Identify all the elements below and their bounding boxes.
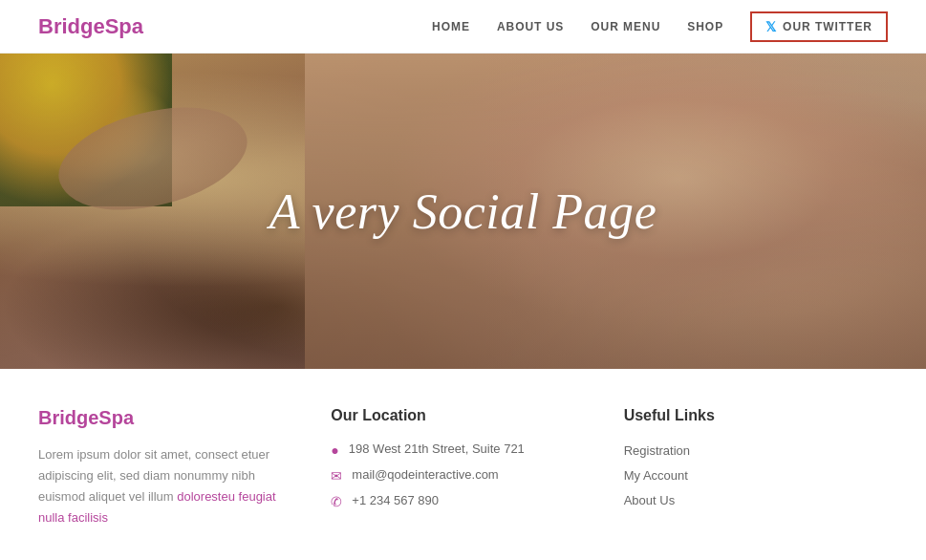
footer-email[interactable]: mail@qodeinteractive.com (352, 467, 498, 482)
footer-logo-black: Bridge (38, 407, 98, 428)
footer-phone-item: ✆ +1 234 567 890 (331, 493, 594, 509)
footer-col-brand: BridgeSpa Lorem ipsum dolor sit amet, co… (38, 407, 331, 528)
footer-link-account: My Account (624, 466, 888, 484)
footer-col-links: Useful Links Registration My Account Abo… (624, 407, 888, 528)
nav-shop[interactable]: SHOP (687, 20, 723, 33)
footer-desc-link[interactable]: doloresteu feugiat nulla facilisis (38, 489, 276, 525)
email-icon: ✉ (331, 468, 342, 484)
footer-link-account-anchor[interactable]: My Account (624, 468, 688, 483)
footer-email-item: ✉ mail@qodeinteractive.com (331, 467, 594, 484)
nav-home[interactable]: HOME (432, 20, 470, 33)
footer-links-heading: Useful Links (624, 407, 888, 424)
footer: BridgeSpa Lorem ipsum dolor sit amet, co… (0, 369, 926, 557)
twitter-button[interactable]: 𝕏 OUR TWITTER (750, 11, 888, 42)
footer-phone: +1 234 567 890 (352, 493, 439, 507)
logo-text-purple: Spa (105, 14, 143, 38)
main-nav: HOME ABOUT US OUR MENU SHOP 𝕏 OUR TWITTE… (432, 11, 888, 42)
footer-description: Lorem ipsum dolor sit amet, consect etue… (38, 444, 302, 528)
footer-location-heading: Our Location (331, 407, 594, 424)
location-pin-icon: ● (331, 442, 338, 458)
phone-icon: ✆ (331, 494, 342, 509)
twitter-label: OUR TWITTER (783, 20, 872, 33)
nav-about[interactable]: ABOUT US (497, 20, 564, 33)
footer-links-list: Registration My Account About Us (624, 442, 888, 508)
footer-link-registration-anchor[interactable]: Registration (624, 443, 690, 458)
logo[interactable]: BridgeSpa (38, 14, 143, 39)
footer-link-about-anchor[interactable]: About Us (624, 493, 675, 507)
header: BridgeSpa HOME ABOUT US OUR MENU SHOP 𝕏 … (0, 0, 926, 54)
footer-logo-purple: Spa (98, 407, 134, 428)
twitter-icon: 𝕏 (765, 19, 777, 34)
nav-menu[interactable]: OUR MENU (591, 20, 660, 33)
footer-link-about: About Us (624, 491, 888, 508)
hero-title: A very Social Page (269, 183, 657, 240)
hero-section: A very Social Page (0, 54, 926, 369)
footer-link-registration: Registration (624, 442, 888, 459)
footer-col-location: Our Location ● 198 West 21th Street, Sui… (331, 407, 623, 528)
footer-logo[interactable]: BridgeSpa (38, 407, 302, 429)
footer-address-item: ● 198 West 21th Street, Suite 721 (331, 442, 594, 458)
logo-text-black: Bridge (38, 14, 105, 38)
footer-address: 198 West 21th Street, Suite 721 (349, 442, 525, 456)
